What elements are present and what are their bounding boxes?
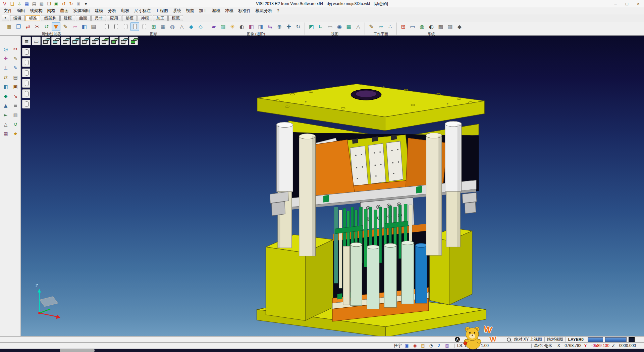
view-cube-top-icon[interactable] — [42, 37, 50, 45]
move-icon[interactable]: ⇄ — [1, 73, 10, 81]
menu-edit[interactable]: 编辑 — [14, 7, 28, 14]
trim-icon[interactable]: ✂ — [11, 45, 20, 53]
taskbar-button[interactable] — [60, 349, 95, 352]
layer-filter-icon[interactable]: ▤ — [89, 22, 98, 31]
menu-machining[interactable]: 加工 — [197, 7, 210, 14]
tab-application[interactable]: 应用 — [107, 15, 121, 21]
play-icon[interactable]: ► — [1, 111, 10, 119]
status-help-icon[interactable]: 2 — [435, 343, 443, 349]
status-palette-icon[interactable]: ▨ — [443, 343, 451, 349]
filter-solids-icon[interactable] — [22, 48, 30, 56]
menu-analysis[interactable]: 分析 — [106, 7, 119, 14]
texture-icon[interactable]: ▨ — [219, 22, 227, 31]
tab-mold[interactable]: 塑模 — [122, 15, 137, 21]
tab-dimension[interactable]: 尺寸 — [91, 15, 106, 21]
filter-active-icon[interactable] — [22, 79, 30, 88]
undo-icon[interactable]: ↺ — [60, 0, 67, 7]
settings-icon[interactable]: ⊞ — [75, 0, 82, 7]
pan-image-icon[interactable]: ✚ — [284, 22, 293, 31]
system-globe-icon[interactable]: ◍ — [418, 22, 426, 31]
element-sphere-icon[interactable]: ◍ — [168, 22, 177, 31]
workplane-origin-icon[interactable]: ∴ — [386, 22, 394, 31]
menu-dimension[interactable]: 尺寸标注 — [132, 7, 153, 14]
background-color-swatch[interactable] — [629, 337, 635, 342]
plot-icon[interactable]: ▧ — [38, 0, 45, 7]
show-transparent-icon[interactable] — [140, 22, 149, 31]
filter-all-icon[interactable] — [22, 100, 30, 108]
menu-electrode[interactable]: 电极 — [119, 7, 132, 14]
status-doc-icon[interactable]: ▣ — [403, 343, 411, 349]
filter-surfaces-icon[interactable] — [22, 58, 30, 67]
arrow-icon[interactable]: ↘ — [11, 92, 20, 100]
view-cube-side-icon[interactable] — [61, 37, 70, 45]
print-icon[interactable]: ▤ — [31, 0, 38, 7]
rotate-image-icon[interactable]: ↻ — [294, 22, 303, 31]
show-hidden-line-icon[interactable] — [121, 22, 130, 31]
view-cube-back-icon[interactable] — [80, 37, 89, 45]
tab-machining[interactable]: 加工 — [153, 15, 168, 21]
reflection-icon[interactable]: ⇆ — [266, 22, 274, 31]
view-perspective-icon[interactable]: △ — [354, 22, 363, 31]
view-cube-bottom-icon[interactable] — [90, 37, 99, 45]
attributes-icon[interactable]: ≣ — [5, 22, 13, 31]
active-view-label[interactable]: 绝对 XY 上视图 — [514, 337, 542, 342]
minimize-button[interactable]: – — [610, 0, 621, 7]
status-folder-icon[interactable]: ▤ — [419, 343, 427, 349]
status-clock-icon[interactable]: ◔ — [427, 343, 435, 349]
progress-bar[interactable] — [605, 337, 627, 342]
favorite-icon[interactable]: ★ — [11, 130, 20, 138]
menu-help[interactable]: ? — [275, 8, 282, 14]
redo-icon[interactable]: ↻ — [68, 0, 74, 7]
system-colors-icon[interactable]: ⊞ — [399, 22, 408, 31]
view-measure-icon[interactable]: ▭ — [326, 22, 334, 31]
element-grid-icon[interactable]: ▦ — [159, 22, 167, 31]
workplane-align-icon[interactable]: ▱ — [376, 22, 385, 31]
annotation-badge[interactable]: A — [455, 337, 460, 342]
absolute-view-label[interactable]: 绝对视图 — [547, 337, 563, 342]
close-button[interactable]: × — [633, 0, 644, 7]
rotate-ccw-icon[interactable]: ↺ — [11, 120, 20, 128]
view-cube-axo-icon[interactable] — [119, 37, 128, 45]
tab-edit[interactable]: 编辑 — [10, 15, 25, 21]
grid2-icon[interactable]: ▦ — [1, 130, 10, 138]
tab-standard[interactable]: 标准 — [25, 15, 40, 21]
view-cube-right-icon[interactable] — [110, 37, 118, 45]
menu-drafting[interactable]: 工程图 — [153, 7, 171, 14]
status-record-icon[interactable]: ◉ — [411, 343, 419, 349]
triangle-icon[interactable]: ▲ — [1, 101, 10, 109]
snap-perp-icon[interactable]: ⊥ — [1, 64, 10, 72]
filter-hidden-icon[interactable] — [22, 89, 30, 98]
tab-surface[interactable]: 曲面 — [76, 15, 91, 21]
lighting-icon[interactable]: ☀ — [228, 22, 237, 31]
sketch-icon[interactable]: ✎ — [11, 54, 20, 62]
clip-plane-icon[interactable]: ◨ — [256, 22, 265, 31]
edit-filter-icon[interactable]: ✎ — [61, 22, 70, 31]
view-cube-front-icon[interactable] — [51, 37, 60, 45]
prism-icon[interactable]: △ — [1, 120, 10, 128]
section-view-icon[interactable]: ◧ — [247, 22, 256, 31]
select-color-icon[interactable]: ◧ — [80, 22, 89, 31]
snap-lock-toggle[interactable]: 拴宇 — [394, 343, 402, 349]
system-contrast-icon[interactable]: ◐ — [427, 22, 436, 31]
menu-moldflow[interactable]: 模流分析 — [253, 7, 275, 14]
view-plane-icon[interactable]: ▭ — [32, 37, 41, 45]
shading-options-icon[interactable]: ◇ — [196, 22, 205, 31]
menu-die[interactable]: 冲模 — [223, 7, 236, 14]
search-icon[interactable] — [506, 337, 512, 342]
eraser-icon[interactable]: ▱ — [70, 22, 79, 31]
columns-icon[interactable]: ▥ — [11, 111, 20, 119]
system-cube-icon[interactable]: ◆ — [455, 22, 464, 31]
element-box-icon[interactable]: ⊞ — [149, 22, 158, 31]
element-cone-icon[interactable]: △ — [177, 22, 186, 31]
menu-file[interactable]: 文件 — [1, 7, 14, 14]
menu-wireframe[interactable]: 线架构 — [28, 7, 45, 14]
shadow-icon[interactable]: ◐ — [237, 22, 246, 31]
delete-attributes-icon[interactable]: ✂ — [33, 22, 42, 31]
menu-standard-parts[interactable]: 标准件 — [236, 7, 253, 14]
swap-attributes-icon[interactable]: ⇄ — [23, 22, 32, 31]
restore-attributes-icon[interactable]: ↺ — [42, 22, 51, 31]
measure-icon[interactable]: ✎ — [11, 64, 20, 72]
view-axes-icon[interactable]: ∟ — [316, 22, 325, 31]
list-icon[interactable]: ≡ — [11, 101, 20, 109]
show-shaded-icon[interactable] — [112, 22, 120, 31]
